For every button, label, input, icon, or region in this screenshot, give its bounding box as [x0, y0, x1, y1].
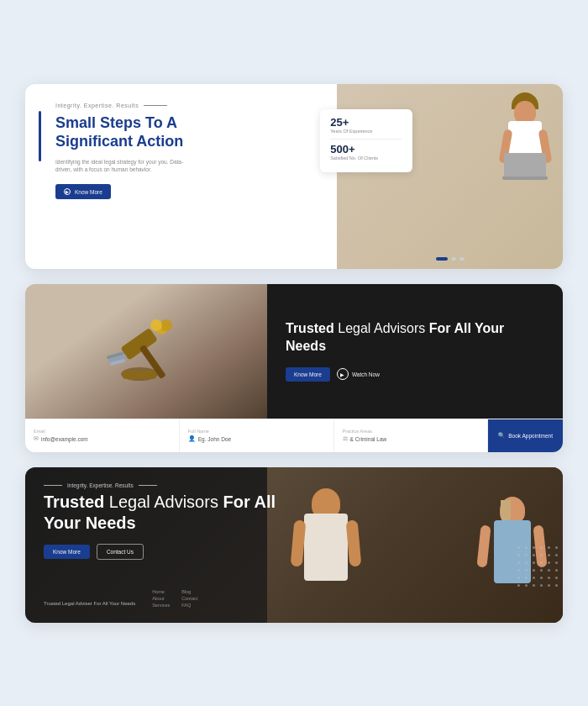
fullname-label: Full Name	[188, 429, 325, 434]
footer-link-group-2: Blog Contact FAQ	[181, 589, 197, 608]
card-1: Integrity. Expertise. Results Small Step…	[25, 84, 563, 269]
dot-grid-item	[540, 584, 543, 587]
gavel-svg	[104, 313, 188, 389]
stats-overlay: 25+ Years Of Experience 500+ Satisfied N…	[320, 109, 412, 172]
svg-point-9	[150, 319, 162, 331]
watch-label: Watch Now	[352, 371, 380, 377]
practice-value: ⚖ & Criminal Law	[343, 435, 480, 442]
email-label: Email	[34, 429, 171, 434]
card3-footer: Trusted Legal Adviser For All Your Needs…	[44, 589, 544, 608]
card2-heading-rest: Legal Advisors	[338, 321, 429, 335]
card2-heading: Trusted Legal Advisors For All Your Need…	[286, 320, 544, 356]
play-icon: ▶	[337, 368, 349, 380]
card3-heading: Trusted Legal Advisors For All Your Need…	[44, 492, 346, 534]
card1-cta-button[interactable]: ▶ Know More	[55, 184, 111, 199]
stat-clients: 500+ Satisfied No. Of Clients	[330, 143, 402, 161]
dot-grid-item	[533, 569, 535, 572]
card2-gavel-image	[25, 284, 267, 419]
email-field: Email ✉ info@example.com	[25, 419, 180, 452]
card3-contact-button[interactable]: Contact Us	[97, 544, 144, 560]
card1-description: Identifying the ideal legal strategy for…	[55, 158, 190, 175]
dot-grid-item	[540, 561, 543, 564]
card2-watch-button[interactable]: ▶ Watch Now	[337, 368, 380, 380]
email-icon: ✉	[34, 435, 39, 442]
email-value: ✉ info@example.com	[34, 435, 171, 442]
card3-heading-legal: Legal Advisors	[109, 493, 223, 511]
practice-field: Practice Areas ⚖ & Criminal Law	[334, 419, 489, 452]
card1-cta-label: Know More	[75, 189, 102, 195]
dot-grid-item	[548, 554, 550, 556]
dot-grid-item	[555, 561, 558, 564]
dot-3[interactable]	[459, 257, 465, 261]
dot-grid-item	[525, 577, 528, 579]
fullname-text: Eg. John Doe	[198, 436, 231, 442]
stat-clients-number: 500+	[330, 143, 402, 155]
footer-link-about[interactable]: About	[152, 596, 170, 601]
svg-point-8	[160, 319, 172, 331]
fullname-field: Full Name 👤 Eg. John Doe	[180, 419, 334, 452]
dot-2[interactable]	[451, 257, 456, 261]
card3-footer-links: Home About Services Blog Contact FAQ	[152, 589, 197, 608]
dot-grid-decoration: // Will be rendered inline	[517, 546, 563, 589]
dot-grid-item	[548, 569, 550, 572]
card3-footer-title: Trusted Legal Adviser For All Your Needs	[44, 600, 135, 607]
card1-title: Small Steps To A Significant Action	[55, 113, 320, 151]
accent-bar	[39, 111, 41, 161]
dot-grid-item	[533, 554, 535, 556]
dot-grid-item	[533, 577, 535, 579]
dot-grid-item	[555, 546, 558, 549]
card3-top: Integrity. Expertise. Results Trusted Le…	[44, 482, 544, 570]
gavel-visual	[25, 284, 267, 419]
card2-main-section: Trusted Legal Advisors For All Your Need…	[25, 284, 563, 419]
dot-grid-item	[517, 577, 520, 579]
footer-link-home[interactable]: Home	[152, 589, 170, 594]
dot-grid-item	[525, 569, 528, 572]
card2-heading-needs: Needs	[286, 339, 326, 353]
dot-grid-item	[517, 561, 520, 564]
dot-grid-item	[540, 554, 543, 556]
dot-grid-item	[540, 569, 543, 572]
person-icon: 👤	[188, 435, 196, 442]
card3-heading-needs: Your Needs	[44, 514, 136, 532]
card1-tag: Integrity. Expertise. Results	[45, 103, 320, 108]
card2-dark-section: Trusted Legal Advisors For All Your Need…	[267, 284, 563, 419]
dot-grid-item	[548, 561, 550, 564]
card3-tag: Integrity. Expertise. Results	[44, 482, 544, 488]
card1-title-line2: Significant Action	[55, 133, 183, 150]
stat-years: 25+ Years Of Experience	[330, 116, 402, 134]
dot-1[interactable]	[436, 257, 448, 261]
dot-grid-item	[548, 546, 550, 549]
dot-grid-item	[533, 546, 535, 549]
dot-grid-item	[517, 569, 520, 572]
practice-text: & Criminal Law	[350, 436, 387, 442]
dot-grid-item	[533, 561, 535, 564]
dot-grid-item	[555, 569, 558, 572]
carousel-dots	[436, 257, 465, 261]
card3-heading-for: For All	[223, 493, 276, 511]
footer-link-contact[interactable]: Contact	[181, 596, 197, 601]
know-more-icon: ▶	[64, 188, 71, 195]
dot-grid-item	[525, 561, 528, 564]
card3-content: Integrity. Expertise. Results Trusted Le…	[25, 467, 563, 623]
dot-grid-item	[540, 577, 543, 579]
card2-know-more-button[interactable]: Know More	[286, 367, 330, 382]
book-appointment-button[interactable]: 🔍 Book Appointment	[488, 419, 563, 452]
footer-link-blog[interactable]: Blog	[181, 589, 197, 594]
card1-heading: Small Steps To A Significant Action	[45, 113, 320, 151]
stat-divider	[330, 139, 402, 140]
dot-grid-item	[548, 584, 550, 587]
law-icon: ⚖	[343, 435, 348, 442]
footer-link-services[interactable]: Services	[152, 603, 170, 608]
stat-years-label: Years Of Experience	[330, 129, 402, 134]
card1-title-line1: Small Steps To A	[55, 114, 177, 131]
dot-grid-item	[555, 577, 558, 579]
fullname-value: 👤 Eg. John Doe	[188, 435, 325, 442]
book-label: Book Appointment	[508, 433, 553, 439]
dot-grid-item	[555, 554, 558, 556]
card3-know-more-button[interactable]: Know More	[44, 545, 90, 559]
footer-link-faq[interactable]: FAQ	[181, 603, 197, 608]
stat-years-number: 25+	[330, 116, 402, 129]
card-3: // Will be rendered inline Integrity. Ex…	[25, 467, 563, 623]
practice-label: Practice Areas	[343, 429, 480, 434]
dot-grid-item	[517, 584, 520, 587]
